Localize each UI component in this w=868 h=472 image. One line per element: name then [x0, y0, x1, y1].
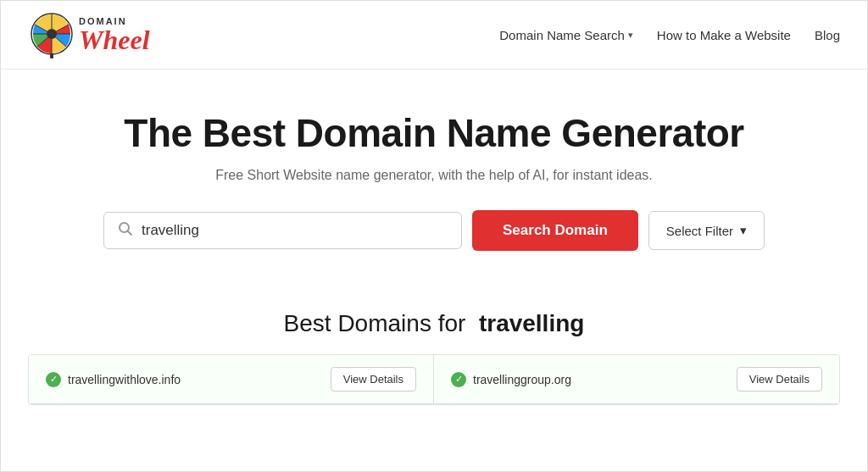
- domain-card-0: ✓ travellingwithlove.info View Details: [29, 355, 434, 404]
- results-title: Best Domains for travelling: [28, 310, 840, 337]
- logo-wheel-text: Wheel: [79, 26, 150, 53]
- nav-domain-name-search[interactable]: Domain Name Search ▾: [499, 28, 633, 42]
- hero-section: The Best Domain Name Generator Free Shor…: [1, 69, 867, 310]
- select-filter-button[interactable]: Select Filter ▾: [648, 211, 765, 250]
- available-check-icon-1: ✓: [451, 372, 466, 387]
- domain-card-1: ✓ travellinggroup.org View Details: [434, 355, 839, 404]
- logo-text: DOMAIN Wheel: [79, 17, 150, 53]
- search-container: Search Domain Select Filter ▾: [103, 210, 765, 251]
- domain-name-0: travellingwithlove.info: [68, 373, 181, 386]
- filter-chevron-icon: ▾: [740, 223, 747, 238]
- view-details-button-0[interactable]: View Details: [331, 367, 416, 391]
- domains-grid: ✓ travellingwithlove.info View Details ✓…: [28, 354, 840, 405]
- domain-name-1: travellinggroup.org: [473, 373, 571, 386]
- domain-info-1: ✓ travellinggroup.org: [451, 372, 571, 387]
- search-input-wrapper[interactable]: [103, 212, 462, 249]
- domain-info-0: ✓ travellingwithlove.info: [46, 372, 181, 387]
- search-icon: [118, 221, 133, 240]
- nav-how-to-make-website[interactable]: How to Make a Website: [657, 28, 791, 42]
- header: DOMAIN Wheel Domain Name Search ▾ How to…: [1, 1, 867, 69]
- nav-blog[interactable]: Blog: [815, 28, 840, 42]
- chevron-down-icon: ▾: [628, 30, 633, 41]
- search-domain-button[interactable]: Search Domain: [472, 210, 638, 251]
- available-check-icon-0: ✓: [46, 372, 61, 387]
- results-section: Best Domains for travelling ✓ travelling…: [1, 310, 867, 405]
- main-nav: Domain Name Search ▾ How to Make a Websi…: [499, 28, 840, 42]
- hero-title: The Best Domain Name Generator: [124, 110, 743, 156]
- svg-line-12: [128, 231, 132, 236]
- logo[interactable]: DOMAIN Wheel: [28, 11, 150, 58]
- main-content: The Best Domain Name Generator Free Shor…: [1, 69, 867, 405]
- hero-subtitle: Free Short Website name generator, with …: [215, 168, 653, 183]
- logo-wheel-icon: [28, 11, 75, 58]
- view-details-button-1[interactable]: View Details: [737, 367, 822, 391]
- search-input[interactable]: [142, 222, 448, 239]
- svg-point-9: [47, 29, 57, 39]
- svg-rect-10: [50, 53, 53, 58]
